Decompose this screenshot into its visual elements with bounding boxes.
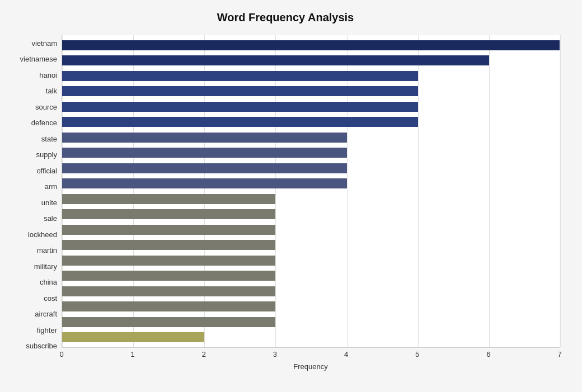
bar-subscribe: [62, 332, 204, 342]
y-label-military: military: [11, 259, 57, 273]
bar-unite: [62, 194, 275, 204]
x-tick: 7: [557, 350, 561, 358]
bar-military: [62, 256, 275, 266]
bar-cost: [62, 286, 275, 296]
x-tick: 5: [415, 350, 419, 358]
bar-vietnam: [62, 40, 560, 50]
bar-row-state: [62, 131, 560, 144]
bar-row-vietnam: [62, 39, 560, 52]
bar-source: [62, 102, 418, 112]
chart-title: Word Frequency Analysis: [11, 11, 560, 24]
y-label-sale: sale: [11, 211, 57, 226]
bar-row-official: [62, 162, 560, 175]
bar-row-subscribe: [62, 330, 560, 344]
x-tick: 4: [344, 350, 348, 358]
bar-lockheed: [62, 225, 275, 235]
bar-aircraft: [62, 301, 275, 311]
bar-supply: [62, 148, 347, 158]
y-label-martin: martin: [11, 243, 57, 258]
x-axis-wrapper: 01234567 Frequency: [62, 348, 560, 371]
y-label-hanoi: hanoi: [11, 68, 57, 82]
y-label-vietnamese: vietnamese: [11, 52, 57, 67]
bar-row-talk: [62, 84, 560, 98]
bar-row-sale: [62, 207, 560, 221]
y-axis-labels: vietnamvietnamesehanoitalksourcedefences…: [11, 35, 62, 371]
bar-talk: [62, 86, 418, 96]
x-tick: 2: [202, 350, 206, 358]
grid-line: [560, 35, 561, 347]
bar-martin: [62, 240, 275, 250]
bar-arm: [62, 178, 347, 188]
bar-row-defence: [62, 115, 560, 129]
y-label-vietnam: vietnam: [11, 36, 57, 50]
y-label-supply: supply: [11, 148, 57, 162]
bar-row-aircraft: [62, 300, 560, 313]
y-label-talk: talk: [11, 84, 57, 98]
y-label-subscribe: subscribe: [11, 339, 57, 353]
bar-hanoi: [62, 71, 418, 81]
x-tick: 6: [486, 350, 490, 358]
y-label-cost: cost: [11, 291, 57, 305]
bar-china: [62, 271, 275, 281]
bar-official: [62, 163, 347, 173]
y-label-source: source: [11, 100, 57, 114]
x-tick: 3: [273, 350, 277, 358]
x-tick: 1: [131, 350, 135, 358]
y-label-aircraft: aircraft: [11, 307, 57, 322]
bar-sale: [62, 209, 275, 219]
x-axis-label: Frequency: [293, 362, 327, 371]
bar-row-hanoi: [62, 69, 560, 83]
bar-row-china: [62, 269, 560, 282]
y-label-state: state: [11, 131, 57, 146]
x-tick: 0: [59, 350, 63, 358]
y-label-defence: defence: [11, 116, 57, 130]
y-label-official: official: [11, 163, 57, 178]
bar-row-military: [62, 254, 560, 267]
bar-row-source: [62, 100, 560, 114]
bars-area: [62, 35, 560, 348]
y-label-lockheed: lockheed: [11, 227, 57, 242]
y-label-china: china: [11, 275, 57, 290]
bar-row-lockheed: [62, 223, 560, 237]
y-label-arm: arm: [11, 180, 57, 194]
bar-row-fighter: [62, 315, 560, 329]
bar-row-supply: [62, 146, 560, 159]
bars-and-x: 01234567 Frequency: [62, 35, 560, 371]
y-label-unite: unite: [11, 195, 57, 210]
chart-container: Word Frequency Analysis vietnamvietnames…: [0, 0, 582, 392]
bar-vietnamese: [62, 55, 489, 65]
bar-state: [62, 133, 347, 143]
bar-row-martin: [62, 238, 560, 252]
bar-fighter: [62, 317, 275, 327]
y-label-fighter: fighter: [11, 323, 57, 337]
bar-row-unite: [62, 192, 560, 206]
bar-row-cost: [62, 285, 560, 298]
bar-defence: [62, 117, 418, 127]
bar-row-vietnamese: [62, 54, 560, 67]
bar-row-arm: [62, 177, 560, 190]
